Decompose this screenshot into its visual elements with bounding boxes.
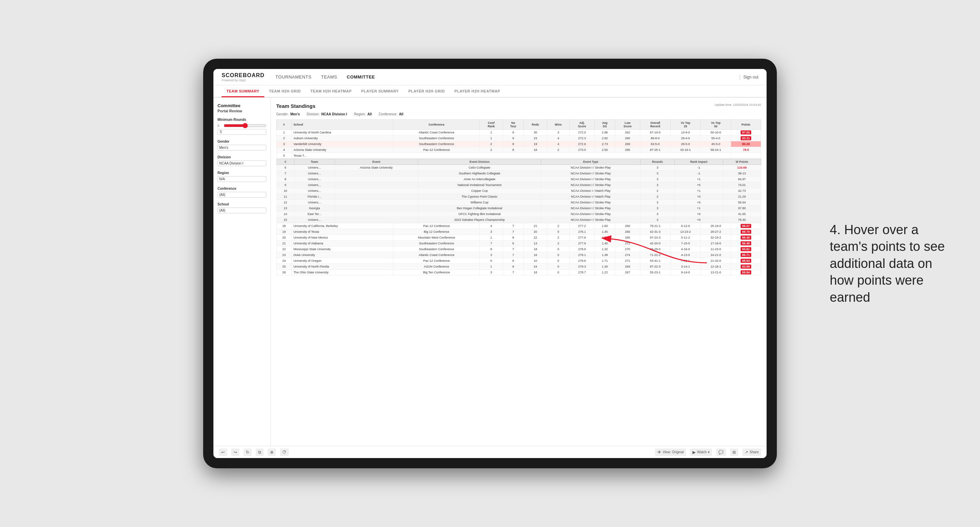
cell-overall: 86-8-0 — [640, 135, 670, 141]
committee-header: Committee — [218, 103, 266, 108]
redo-button[interactable]: ↪ — [231, 449, 239, 456]
refresh-button[interactable]: ↻ — [243, 449, 252, 456]
school-select[interactable]: (All) — [218, 208, 266, 213]
th-no-tour: NoTour — [503, 120, 524, 130]
cell-conference: Southeastern Conference — [393, 135, 480, 141]
conference-select[interactable]: (All) — [218, 192, 266, 198]
table-row[interactable]: 25 University of North Florida ASUN Conf… — [277, 264, 761, 270]
table-row[interactable]: 26 The Ohio State University Big Ten Con… — [277, 270, 761, 275]
dth-team: Team — [294, 159, 335, 165]
cell-avg-sg: 2.86 — [595, 130, 615, 135]
table-row[interactable]: 23 Duke University Atlantic Coast Confer… — [277, 252, 761, 258]
table-row[interactable]: 18 University of California, Berkeley Pa… — [277, 223, 761, 229]
min-rounds-input[interactable] — [218, 129, 266, 135]
table-row[interactable]: 20 University of New Mexico Mountain Wes… — [277, 235, 761, 241]
clock-button[interactable]: ⏱ — [280, 449, 289, 456]
cell-vs-top50: 58-24-1 — [701, 147, 731, 153]
cell-overall: 87-25-1 — [640, 147, 670, 153]
subnav-player-h2h-heatmap[interactable]: PLAYER H2H HEATMAP — [450, 86, 505, 97]
th-vs-top25: Vs Top25 — [670, 120, 701, 130]
grid-button[interactable]: ⊞ — [730, 449, 738, 456]
cell-vs-top25: 29-5-0 — [670, 141, 701, 147]
nav-tournaments[interactable]: TOURNAMENTS — [275, 73, 312, 81]
detail-row: 12 Univers... Williams Cup NCAA Division… — [277, 200, 761, 205]
main-content: Committee Portal Review Minimum Rounds 0… — [213, 98, 767, 446]
cell-points[interactable]: 97.02 — [731, 130, 761, 135]
cell-rank: 3 — [277, 141, 292, 147]
rounds-slider[interactable] — [224, 123, 266, 129]
cell-vs-top25: 33-19-1 — [670, 147, 701, 153]
filter-division-label: Division: — [307, 112, 320, 116]
dth-event-type: Event Type — [541, 159, 641, 165]
logo-sub: Powered by clippi — [222, 78, 265, 82]
sidebar-committee-section: Committee Portal Review — [218, 103, 266, 113]
table-row[interactable]: 3 Vanderbilt University Southeastern Con… — [277, 141, 761, 147]
cell-adj-score: 272.3 — [570, 135, 595, 141]
filter-region-value: All — [368, 112, 372, 116]
tablet-screen: SCOREBOARD Powered by clippi TOURNAMENTS… — [213, 69, 767, 458]
nav-teams[interactable]: TEAMS — [321, 73, 337, 81]
logo-text: SCOREBOARD — [222, 72, 265, 78]
table-row[interactable]: 21 University of Alabama Southeastern Co… — [277, 241, 761, 246]
nav-committee[interactable]: COMMITTEE — [347, 73, 375, 81]
detail-row: 8 Univers... Amer An Intercollegiate NCA… — [277, 176, 761, 182]
sub-nav: TEAM SUMMARY TEAM H2H GRID TEAM H2H HEAT… — [213, 85, 767, 98]
detail-row: 10 Univers... Copper Cup NCAA Division I… — [277, 188, 761, 194]
filter-division: Division: NCAA Division I — [307, 112, 347, 116]
table-row[interactable]: 24 University of Oregon Pac-12 Conferenc… — [277, 258, 761, 264]
cell-points[interactable]: 78.5 — [731, 147, 761, 153]
share-icon: ↗ — [745, 450, 748, 455]
table-row[interactable]: 1 University of North Carolina Atlantic … — [277, 130, 761, 135]
th-conf-rank: ConfRank — [480, 120, 503, 130]
cell-points[interactable]: 90.20 — [731, 141, 761, 147]
division-label: Division — [218, 155, 266, 159]
view-original-button[interactable]: 👁 View: Original — [655, 449, 686, 456]
th-vs-top50: Vs Top50 — [701, 120, 731, 130]
cell-vs-top25: 29-4-0 — [670, 135, 701, 141]
table-row[interactable]: 2 Auburn University Southeastern Confere… — [277, 135, 761, 141]
cell-school: University of North Carolina — [292, 130, 393, 135]
cell-rnds: 30 — [524, 130, 547, 135]
detail-row: 6 Univers... Arizona State University Ce… — [277, 165, 761, 171]
main-panel: Team Standings Update time: 13/03/2024 1… — [271, 98, 767, 446]
comment-button[interactable]: 💬 — [716, 449, 726, 456]
dth-rank-impact: Rank Impact — [675, 159, 723, 165]
subnav-team-summary[interactable]: TEAM SUMMARY — [222, 86, 264, 97]
watch-button[interactable]: ▶ Watch ▾ — [690, 449, 712, 456]
slider-container: 0 — [218, 123, 266, 135]
cell-vs-top25: 13-9-0 — [670, 130, 701, 135]
sidebar-conference-section: Conference (All) — [218, 187, 266, 198]
division-select[interactable]: NCAA Division I NCAA Division II NCAA Di… — [218, 160, 266, 166]
share-button[interactable]: ↗ Share — [742, 449, 761, 456]
slider-min: 0 — [218, 124, 222, 127]
cell-points[interactable]: 93.31 — [731, 135, 761, 141]
paste-button[interactable]: ⊕ — [268, 449, 276, 456]
sign-out-button[interactable]: Sign out — [743, 75, 758, 79]
filter-conference-value: All — [399, 112, 403, 116]
subnav-team-h2h-heatmap[interactable]: TEAM H2H HEATMAP — [305, 86, 356, 97]
subnav-player-h2h-grid[interactable]: PLAYER H2H GRID — [404, 86, 450, 97]
copy-icon: ⧉ — [258, 450, 261, 455]
table-row[interactable]: 4 Arizona State University Pac-12 Confer… — [277, 147, 761, 153]
detail-row: 13 Georgia Ben Hogan Collegiate Invitati… — [277, 205, 761, 211]
copy-button[interactable]: ⧉ — [256, 449, 264, 456]
view-label: View: Original — [663, 450, 684, 454]
cell-low-score: 260 — [615, 135, 640, 141]
cell-no-tour: 8 — [503, 147, 524, 153]
subnav-team-h2h-grid[interactable]: TEAM H2H GRID — [264, 86, 305, 97]
th-rnds: Rnds — [524, 120, 547, 130]
th-rank: # — [277, 120, 292, 130]
cell-avg-sg: 2.82 — [595, 135, 615, 141]
cell-adj-score: 273.5 — [570, 147, 595, 153]
cell-school: Arizona State University — [292, 147, 393, 153]
slider-row: 0 — [218, 123, 266, 129]
detail-row: 14 East Ter... OFCC Fighting Illini Invi… — [277, 211, 761, 217]
region-select[interactable]: N/A All — [218, 176, 266, 182]
subnav-player-summary[interactable]: PLAYER SUMMARY — [356, 86, 404, 97]
school-label: School — [218, 202, 266, 206]
table-row[interactable]: 22 Mississippi State University Southeas… — [277, 246, 761, 252]
undo-button[interactable]: ↩ — [219, 449, 227, 456]
gender-select[interactable]: Men's Women's — [218, 145, 266, 151]
filter-gender: Gender: Men's — [276, 112, 300, 116]
table-row[interactable]: 19 University of Texas Big 12 Conference… — [277, 229, 761, 235]
